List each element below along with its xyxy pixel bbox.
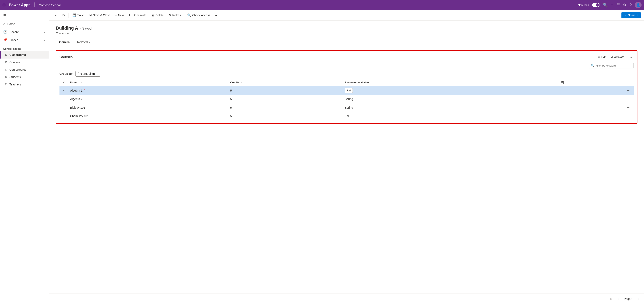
delete-label: Delete bbox=[156, 14, 164, 17]
nav-right-controls: New look 🔍 + ☷ ⚙ ? 👤 bbox=[578, 2, 642, 8]
help-icon[interactable]: ? bbox=[630, 3, 632, 7]
toggle-thumb bbox=[596, 3, 599, 7]
save-icon: 💾 bbox=[72, 13, 76, 17]
courses-table: ✓ Name ↑ ⌄ bbox=[60, 79, 634, 120]
sidebar-item-recent[interactable]: 🕐 Recent ⌄ bbox=[0, 28, 49, 36]
row2-semester: Spring bbox=[342, 95, 558, 103]
th-credits[interactable]: Credits ⌄ bbox=[228, 79, 342, 86]
table-row[interactable]: Biology 101 5 Spring → bbox=[60, 103, 634, 112]
edit-button[interactable]: ✏ Edit bbox=[596, 55, 608, 60]
record-title-row: Building A - Saved bbox=[56, 26, 638, 31]
record-area: Building A - Saved Classroom General Rel… bbox=[49, 21, 644, 293]
courses-actions: ✏ Edit 🖫 Activate ⋯ bbox=[596, 54, 634, 60]
activate-button[interactable]: 🖫 Activate bbox=[609, 55, 626, 60]
name-sort-icon: ↑ bbox=[78, 81, 79, 84]
row3-name: Biology 101 bbox=[68, 103, 228, 112]
pinned-icon: 📌 bbox=[3, 38, 8, 42]
page-first-button[interactable]: ⇤ bbox=[609, 296, 614, 302]
row3-arrow[interactable]: → bbox=[558, 103, 634, 112]
sidebar-item-courses[interactable]: ⚙ Courses bbox=[0, 59, 49, 66]
tab-related[interactable]: Related ⌄ bbox=[74, 38, 94, 46]
back-button[interactable]: ← bbox=[52, 12, 60, 18]
table-row[interactable]: Chemistry 101 5 Fall bbox=[60, 112, 634, 120]
check-access-button[interactable]: 🔍 Check Access bbox=[185, 12, 212, 18]
refresh-button[interactable]: ↻ Refresh bbox=[166, 12, 184, 18]
sidebar-menu-icon[interactable]: ☰ bbox=[0, 12, 49, 20]
pagination-row: ⇤ ← Page 1 → bbox=[49, 293, 644, 304]
row1-semester[interactable]: Fall bbox=[342, 86, 558, 95]
settings-icon[interactable]: ⚙ bbox=[623, 3, 626, 7]
table-header: ✓ Name ↑ ⌄ bbox=[60, 79, 634, 86]
sidebar-item-teachers[interactable]: ⚙ Teachers bbox=[0, 81, 49, 88]
row1-arrow[interactable]: → bbox=[558, 86, 634, 95]
sidebar-item-students[interactable]: ⚙ Students bbox=[0, 73, 49, 81]
check-access-icon: 🔍 bbox=[187, 13, 191, 17]
search-icon[interactable]: 🔍 bbox=[603, 3, 607, 7]
share-button[interactable]: ⇧ Share ▾ bbox=[622, 12, 641, 18]
filter-icon[interactable]: ☷ bbox=[616, 3, 620, 7]
waffle-icon[interactable]: ⊞ bbox=[2, 3, 6, 7]
group-by-select[interactable]: (no grouping) ⌄ bbox=[76, 71, 100, 77]
app-title: Power Apps bbox=[9, 3, 30, 7]
toolbar: ← ⧉ 💾 Save 🖫 Save & Close + New 🗎 Deacti… bbox=[49, 10, 644, 21]
courses-header: Courses ✏ Edit 🖫 Activate ⋯ bbox=[60, 54, 634, 60]
save-button[interactable]: 💾 Save bbox=[70, 12, 86, 18]
table-row[interactable]: Algebra 2 5 Spring bbox=[60, 95, 634, 103]
row2-arrow bbox=[558, 95, 634, 103]
courses-icon: ⚙ bbox=[5, 60, 8, 64]
popout-button[interactable]: ⧉ bbox=[60, 12, 67, 18]
save-label: Save bbox=[77, 14, 84, 17]
courses-more-button[interactable]: ⋯ bbox=[627, 54, 634, 60]
th-name[interactable]: Name ↑ ⌄ bbox=[68, 79, 228, 86]
deactivate-label: Deactivate bbox=[133, 14, 146, 17]
row3-check bbox=[60, 103, 68, 112]
delete-icon: 🗑 bbox=[151, 13, 154, 17]
edit-label: Edit bbox=[601, 55, 606, 59]
row3-navigate-button[interactable]: → bbox=[625, 105, 631, 110]
activate-label: Activate bbox=[614, 55, 624, 59]
row1-navigate-button[interactable]: → bbox=[625, 88, 631, 93]
new-icon: + bbox=[115, 13, 117, 17]
deactivate-button[interactable]: 🗎 Deactivate bbox=[127, 12, 148, 18]
page-next-button[interactable]: → bbox=[634, 296, 641, 302]
row1-check: ✓ bbox=[60, 86, 68, 95]
sidebar-item-pinned[interactable]: 📌 Pinned ⌄ bbox=[0, 36, 49, 44]
tab-general[interactable]: General bbox=[56, 38, 74, 46]
add-icon[interactable]: + bbox=[610, 2, 613, 8]
new-button[interactable]: + New bbox=[113, 12, 126, 18]
sidebar-item-home[interactable]: ⌂ Home bbox=[0, 20, 49, 28]
name-col-label: Name bbox=[70, 81, 77, 84]
row2-name: Algebra 2 bbox=[68, 95, 228, 103]
semester-sort-icon: ⌄ bbox=[370, 81, 372, 84]
main-layout: ☰ ⌂ Home 🕐 Recent ⌄ 📌 Pinned ⌄ School as… bbox=[0, 10, 644, 304]
group-by-label: Group By: bbox=[60, 72, 74, 75]
sidebar: ☰ ⌂ Home 🕐 Recent ⌄ 📌 Pinned ⌄ School as… bbox=[0, 10, 49, 304]
th-semester[interactable]: Semester available ⌄ bbox=[342, 79, 558, 86]
toolbar-more-button[interactable]: ⋯ bbox=[213, 12, 220, 19]
page-prev-button[interactable]: ← bbox=[616, 296, 622, 302]
filter-input[interactable] bbox=[596, 64, 632, 67]
share-chevron-icon: ▾ bbox=[636, 14, 638, 17]
pinned-chevron-icon: ⌄ bbox=[44, 39, 46, 42]
sidebar-item-classrooms[interactable]: ⚙ Classrooms bbox=[0, 51, 49, 59]
group-by-chevron-icon: ⌄ bbox=[96, 73, 98, 75]
save-close-button[interactable]: 🖫 Save & Close bbox=[87, 12, 112, 18]
refresh-label: Refresh bbox=[172, 14, 182, 17]
row1-credits: 5 bbox=[228, 86, 342, 95]
table-row[interactable]: ✓ Algebra 1 * 5 Fall bbox=[60, 86, 634, 95]
row3-credits: 5 bbox=[228, 103, 342, 112]
recent-icon: 🕐 bbox=[3, 30, 8, 34]
header-check-icon[interactable]: ✓ bbox=[62, 81, 65, 84]
courses-label: Courses bbox=[10, 61, 20, 64]
sidebar-item-coursewares[interactable]: ⚙ Coursewares bbox=[0, 66, 49, 73]
row4-arrow bbox=[558, 112, 634, 120]
delete-button[interactable]: 🗑 Delete bbox=[149, 12, 166, 18]
save-close-label: Save & Close bbox=[93, 14, 110, 17]
group-by-row: Group By: (no grouping) ⌄ bbox=[60, 71, 634, 77]
row1-required-icon: * bbox=[84, 89, 85, 92]
record-saved-label: - Saved bbox=[80, 27, 92, 30]
avatar[interactable]: 👤 bbox=[635, 2, 642, 8]
page-label: Page 1 bbox=[624, 297, 633, 300]
activate-icon: 🖫 bbox=[610, 55, 613, 59]
new-look-toggle[interactable] bbox=[592, 3, 600, 7]
